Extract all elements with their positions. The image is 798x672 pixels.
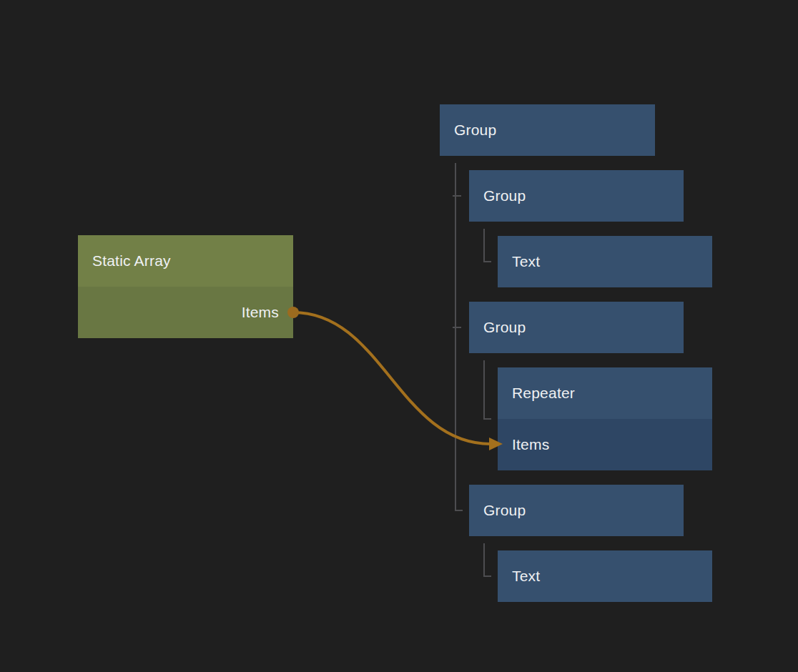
node-text-child2[interactable]: Text — [498, 550, 712, 602]
node-group-child3-title: Group — [469, 485, 684, 536]
node-group-child2[interactable]: Group — [469, 302, 684, 353]
node-group-child1-title: Group — [469, 170, 684, 222]
node-text-child1[interactable]: Text — [498, 236, 712, 287]
node-repeater[interactable]: Repeater Items — [498, 367, 712, 470]
tree-line-text-child1 — [484, 229, 491, 262]
node-group-child1[interactable]: Group — [469, 170, 684, 222]
output-port-items-row[interactable]: Items — [78, 287, 293, 338]
node-static-array[interactable]: Static Array Items — [78, 235, 293, 338]
node-graph-canvas: Static Array Items Group Group Text Grou… — [0, 0, 798, 672]
node-group-child3[interactable]: Group — [469, 485, 684, 536]
node-group-root-title: Group — [440, 104, 655, 156]
node-text-child2-title: Text — [498, 550, 712, 602]
tree-line-main — [455, 163, 463, 510]
node-repeater-title: Repeater — [498, 367, 712, 419]
node-group-child2-title: Group — [469, 302, 684, 353]
node-text-child1-title: Text — [498, 236, 712, 287]
tree-line-repeater — [484, 360, 491, 419]
input-port-items-row[interactable]: Items — [498, 419, 712, 470]
node-group-root[interactable]: Group — [440, 104, 655, 156]
wire-path — [293, 312, 491, 444]
tree-line-text-child2 — [484, 543, 491, 576]
node-static-array-title: Static Array — [78, 235, 293, 287]
